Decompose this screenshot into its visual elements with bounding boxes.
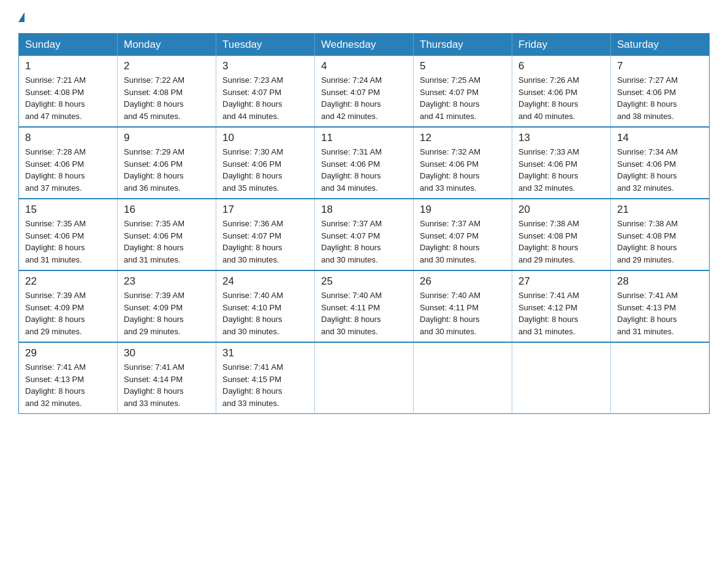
calendar-cell: 29 Sunrise: 7:41 AMSunset: 4:13 PMDaylig…: [19, 342, 118, 414]
calendar-table: SundayMondayTuesdayWednesdayThursdayFrid…: [18, 33, 710, 414]
day-info: Sunrise: 7:26 AMSunset: 4:06 PMDaylight:…: [518, 74, 604, 122]
day-number: 26: [420, 275, 506, 288]
calendar-header-thursday: Thursday: [414, 34, 512, 56]
day-number: 22: [25, 275, 111, 288]
header: [18, 12, 710, 23]
day-number: 19: [420, 204, 506, 216]
day-info: Sunrise: 7:37 AMSunset: 4:07 PMDaylight:…: [321, 218, 407, 266]
day-number: 18: [321, 204, 407, 216]
calendar-cell: 13 Sunrise: 7:33 AMSunset: 4:06 PMDaylig…: [512, 127, 611, 199]
calendar-cell: 19 Sunrise: 7:37 AMSunset: 4:07 PMDaylig…: [414, 199, 512, 270]
day-number: 4: [321, 60, 407, 72]
calendar-cell: 5 Sunrise: 7:25 AMSunset: 4:07 PMDayligh…: [414, 56, 512, 127]
calendar-header-tuesday: Tuesday: [216, 34, 315, 56]
calendar-cell: 9 Sunrise: 7:29 AMSunset: 4:06 PMDayligh…: [118, 127, 216, 199]
day-info: Sunrise: 7:31 AMSunset: 4:06 PMDaylight:…: [321, 146, 407, 194]
day-number: 24: [222, 275, 308, 288]
calendar-cell: 22 Sunrise: 7:39 AMSunset: 4:09 PMDaylig…: [19, 270, 118, 342]
calendar-week-row: 8 Sunrise: 7:28 AMSunset: 4:06 PMDayligh…: [19, 127, 710, 199]
calendar-cell: 3 Sunrise: 7:23 AMSunset: 4:07 PMDayligh…: [216, 56, 315, 127]
day-number: 13: [518, 132, 604, 144]
calendar-cell: 31 Sunrise: 7:41 AMSunset: 4:15 PMDaylig…: [216, 342, 315, 414]
day-info: Sunrise: 7:24 AMSunset: 4:07 PMDaylight:…: [321, 74, 407, 122]
calendar-cell: 16 Sunrise: 7:35 AMSunset: 4:06 PMDaylig…: [118, 199, 216, 270]
calendar-header-sunday: Sunday: [19, 34, 118, 56]
calendar-header-wednesday: Wednesday: [315, 34, 414, 56]
day-info: Sunrise: 7:39 AMSunset: 4:09 PMDaylight:…: [124, 289, 210, 337]
day-info: Sunrise: 7:39 AMSunset: 4:09 PMDaylight:…: [25, 289, 111, 337]
day-number: 1: [25, 60, 111, 72]
calendar-week-row: 15 Sunrise: 7:35 AMSunset: 4:06 PMDaylig…: [19, 199, 710, 270]
calendar-cell: 2 Sunrise: 7:22 AMSunset: 4:08 PMDayligh…: [118, 56, 216, 127]
day-info: Sunrise: 7:34 AMSunset: 4:06 PMDaylight:…: [617, 146, 703, 194]
calendar-cell: 27 Sunrise: 7:41 AMSunset: 4:12 PMDaylig…: [512, 270, 611, 342]
day-info: Sunrise: 7:35 AMSunset: 4:06 PMDaylight:…: [124, 218, 210, 266]
calendar-cell: 15 Sunrise: 7:35 AMSunset: 4:06 PMDaylig…: [19, 199, 118, 270]
logo: [18, 12, 26, 23]
day-number: 11: [321, 132, 407, 144]
day-number: 30: [124, 347, 210, 359]
logo-triangle-icon: [18, 12, 25, 22]
calendar-cell: 11 Sunrise: 7:31 AMSunset: 4:06 PMDaylig…: [315, 127, 414, 199]
day-info: Sunrise: 7:38 AMSunset: 4:08 PMDaylight:…: [617, 218, 703, 266]
calendar-cell: 6 Sunrise: 7:26 AMSunset: 4:06 PMDayligh…: [512, 56, 611, 127]
day-info: Sunrise: 7:41 AMSunset: 4:15 PMDaylight:…: [222, 361, 308, 409]
calendar-cell: 25 Sunrise: 7:40 AMSunset: 4:11 PMDaylig…: [315, 270, 414, 342]
calendar-header-row: SundayMondayTuesdayWednesdayThursdayFrid…: [19, 34, 710, 56]
calendar-cell: 24 Sunrise: 7:40 AMSunset: 4:10 PMDaylig…: [216, 270, 315, 342]
day-info: Sunrise: 7:21 AMSunset: 4:08 PMDaylight:…: [25, 74, 111, 122]
day-number: 8: [25, 132, 111, 144]
day-number: 25: [321, 275, 407, 288]
day-info: Sunrise: 7:41 AMSunset: 4:12 PMDaylight:…: [518, 289, 604, 337]
day-info: Sunrise: 7:41 AMSunset: 4:14 PMDaylight:…: [124, 361, 210, 409]
day-number: 16: [124, 204, 210, 216]
day-number: 12: [420, 132, 506, 144]
day-info: Sunrise: 7:36 AMSunset: 4:07 PMDaylight:…: [222, 218, 308, 266]
day-info: Sunrise: 7:29 AMSunset: 4:06 PMDaylight:…: [124, 146, 210, 194]
day-number: 23: [124, 275, 210, 288]
calendar-cell: 14 Sunrise: 7:34 AMSunset: 4:06 PMDaylig…: [611, 127, 710, 199]
day-number: 2: [124, 60, 210, 72]
calendar-cell: [611, 342, 710, 414]
calendar-cell: 18 Sunrise: 7:37 AMSunset: 4:07 PMDaylig…: [315, 199, 414, 270]
calendar-cell: 23 Sunrise: 7:39 AMSunset: 4:09 PMDaylig…: [118, 270, 216, 342]
day-info: Sunrise: 7:38 AMSunset: 4:08 PMDaylight:…: [518, 218, 604, 266]
day-number: 29: [25, 347, 111, 359]
calendar-cell: 12 Sunrise: 7:32 AMSunset: 4:06 PMDaylig…: [414, 127, 512, 199]
calendar-cell: 20 Sunrise: 7:38 AMSunset: 4:08 PMDaylig…: [512, 199, 611, 270]
day-number: 10: [222, 132, 308, 144]
calendar-cell: 4 Sunrise: 7:24 AMSunset: 4:07 PMDayligh…: [315, 56, 414, 127]
day-number: 31: [222, 347, 308, 359]
day-number: 3: [222, 60, 308, 72]
calendar-cell: 10 Sunrise: 7:30 AMSunset: 4:06 PMDaylig…: [216, 127, 315, 199]
day-info: Sunrise: 7:40 AMSunset: 4:10 PMDaylight:…: [222, 289, 308, 337]
day-number: 28: [617, 275, 703, 288]
calendar-header-monday: Monday: [118, 34, 216, 56]
calendar-cell: 8 Sunrise: 7:28 AMSunset: 4:06 PMDayligh…: [19, 127, 118, 199]
day-number: 9: [124, 132, 210, 144]
calendar-cell: 28 Sunrise: 7:41 AMSunset: 4:13 PMDaylig…: [611, 270, 710, 342]
calendar-cell: 1 Sunrise: 7:21 AMSunset: 4:08 PMDayligh…: [19, 56, 118, 127]
day-info: Sunrise: 7:30 AMSunset: 4:06 PMDaylight:…: [222, 146, 308, 194]
calendar-header-saturday: Saturday: [611, 34, 710, 56]
day-info: Sunrise: 7:37 AMSunset: 4:07 PMDaylight:…: [420, 218, 506, 266]
calendar-cell: 7 Sunrise: 7:27 AMSunset: 4:06 PMDayligh…: [611, 56, 710, 127]
day-info: Sunrise: 7:41 AMSunset: 4:13 PMDaylight:…: [25, 361, 111, 409]
calendar-cell: 30 Sunrise: 7:41 AMSunset: 4:14 PMDaylig…: [118, 342, 216, 414]
day-info: Sunrise: 7:40 AMSunset: 4:11 PMDaylight:…: [420, 289, 506, 337]
day-number: 20: [518, 204, 604, 216]
logo-blue-text: [18, 12, 26, 23]
calendar-week-row: 29 Sunrise: 7:41 AMSunset: 4:13 PMDaylig…: [19, 342, 710, 414]
day-info: Sunrise: 7:32 AMSunset: 4:06 PMDaylight:…: [420, 146, 506, 194]
day-info: Sunrise: 7:40 AMSunset: 4:11 PMDaylight:…: [321, 289, 407, 337]
calendar-cell: [512, 342, 611, 414]
day-number: 21: [617, 204, 703, 216]
day-info: Sunrise: 7:35 AMSunset: 4:06 PMDaylight:…: [25, 218, 111, 266]
day-number: 14: [617, 132, 703, 144]
day-info: Sunrise: 7:41 AMSunset: 4:13 PMDaylight:…: [617, 289, 703, 337]
calendar-cell: 17 Sunrise: 7:36 AMSunset: 4:07 PMDaylig…: [216, 199, 315, 270]
calendar-header-friday: Friday: [512, 34, 611, 56]
calendar-week-row: 22 Sunrise: 7:39 AMSunset: 4:09 PMDaylig…: [19, 270, 710, 342]
day-number: 6: [518, 60, 604, 72]
calendar-cell: [315, 342, 414, 414]
